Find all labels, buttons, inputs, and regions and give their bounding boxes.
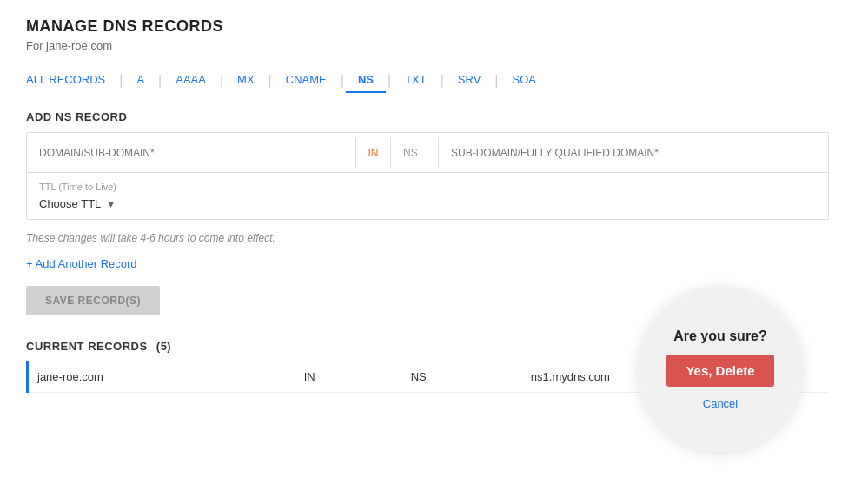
ttl-label: TTL (Time to Live) bbox=[39, 182, 816, 192]
tab-ns[interactable]: NS bbox=[346, 68, 386, 93]
popup-question: Are you sure? bbox=[673, 328, 767, 344]
tab-aaaa[interactable]: AAAA bbox=[163, 68, 218, 93]
tab-txt[interactable]: TXT bbox=[393, 68, 439, 93]
add-section-title: ADD NS RECORD bbox=[26, 110, 829, 123]
tab-sep-1: | bbox=[119, 73, 123, 89]
current-records-count: (5) bbox=[156, 340, 171, 353]
tab-all-records[interactable]: ALL RECORDS bbox=[26, 68, 117, 93]
current-records-title: CURRENT RECORDS bbox=[26, 340, 148, 353]
tab-sep-8: | bbox=[494, 73, 498, 89]
delete-confirm-popup: Are you sure? Yes, Delete Cancel bbox=[638, 287, 803, 452]
subdomain-field[interactable] bbox=[439, 138, 828, 168]
tab-srv[interactable]: SRV bbox=[446, 68, 494, 93]
tab-sep-7: | bbox=[441, 73, 444, 89]
tab-sep-5: | bbox=[341, 73, 344, 89]
domain-input[interactable] bbox=[39, 147, 343, 159]
page-title: MANAGE DNS RECORDS bbox=[26, 17, 829, 36]
subdomain-input[interactable] bbox=[451, 147, 816, 159]
record-in: IN bbox=[292, 361, 399, 393]
tab-sep-3: | bbox=[220, 73, 223, 89]
form-main-row: IN NS bbox=[27, 133, 828, 173]
domain-field[interactable] bbox=[27, 138, 356, 168]
tab-sep-4: | bbox=[268, 73, 272, 89]
record-type: NS bbox=[399, 361, 519, 393]
tab-mx[interactable]: MX bbox=[225, 68, 267, 93]
yes-delete-button[interactable]: Yes, Delete bbox=[666, 355, 773, 387]
tab-soa[interactable]: SOA bbox=[500, 68, 547, 93]
ttl-row: TTL (Time to Live) Choose TTL ▼ bbox=[27, 173, 828, 219]
cancel-link[interactable]: Cancel bbox=[703, 397, 738, 410]
chevron-down-icon: ▼ bbox=[106, 199, 116, 209]
save-records-button[interactable]: SAVE RECORD(S) bbox=[26, 286, 160, 315]
add-another-record-link[interactable]: + Add Another Record bbox=[26, 257, 137, 270]
tab-a[interactable]: A bbox=[124, 68, 156, 93]
ttl-value: Choose TTL bbox=[39, 197, 101, 210]
tab-sep-6: | bbox=[388, 73, 391, 89]
tab-bar: ALL RECORDS | A | AAAA | MX | CNAME | NS… bbox=[26, 68, 829, 93]
tab-sep-2: | bbox=[158, 73, 162, 89]
tab-cname[interactable]: CNAME bbox=[274, 68, 339, 93]
page-subtitle: For jane-roe.com bbox=[26, 39, 829, 52]
ns-type-label: NS bbox=[391, 138, 439, 168]
ttl-select[interactable]: Choose TTL ▼ bbox=[39, 197, 816, 210]
info-text: These changes will take 4-6 hours to com… bbox=[26, 232, 829, 244]
record-domain: jane-roe.com bbox=[28, 361, 292, 393]
in-label: IN bbox=[356, 138, 391, 168]
add-record-form: IN NS TTL (Time to Live) Choose TTL ▼ bbox=[26, 132, 829, 220]
